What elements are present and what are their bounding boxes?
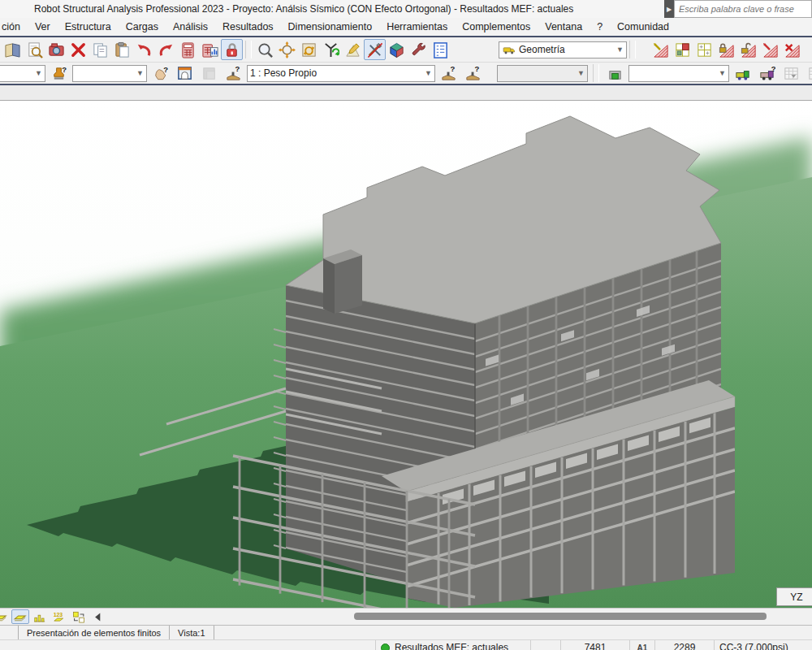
- stamp-select-icon: ?: [50, 65, 67, 82]
- results-lock-button[interactable]: [221, 39, 243, 60]
- numbering-view-icon: 123: [52, 610, 67, 624]
- tab-vista-1[interactable]: Vista:1: [170, 626, 214, 639]
- job-preferences-button[interactable]: [408, 39, 430, 60]
- zoom-icon: [257, 41, 274, 58]
- horizontal-scrollbar[interactable]: [112, 613, 810, 621]
- lock-selection-button[interactable]: [715, 39, 737, 60]
- load-case-help-button[interactable]: ?: [222, 64, 244, 82]
- previous-case-button[interactable]: ?: [438, 64, 460, 82]
- undo-button[interactable]: [133, 39, 155, 60]
- structure-model-button[interactable]: [604, 64, 626, 82]
- view-window-button[interactable]: [174, 64, 196, 82]
- plane-yz-button[interactable]: YZ: [776, 587, 812, 606]
- status-marker-icon: A1: [629, 640, 654, 650]
- menu-item-ci-n[interactable]: ción: [0, 21, 28, 32]
- menu-item-an-lisis[interactable]: Análisis: [166, 21, 215, 32]
- move-structure-button[interactable]: [732, 64, 754, 82]
- fe-results-view-button[interactable]: [31, 609, 49, 624]
- redo-button[interactable]: [155, 39, 177, 60]
- open-project-button[interactable]: [2, 39, 24, 60]
- fe-mesh-view-button[interactable]: [11, 609, 29, 624]
- node-selection-combo[interactable]: ▼: [0, 65, 45, 82]
- delete-button[interactable]: [67, 39, 89, 60]
- print-preview-button[interactable]: [24, 39, 45, 60]
- clear-selection-icon: [784, 41, 801, 58]
- redo-icon: [158, 41, 175, 58]
- edit-selection-button[interactable]: [759, 39, 781, 60]
- dock-strip: [0, 85, 812, 101]
- next-case-button[interactable]: ?: [462, 64, 484, 82]
- structure-model-icon: [607, 65, 624, 82]
- menu-item-ventana[interactable]: Ventana: [538, 21, 590, 32]
- table-up-button[interactable]: [805, 64, 812, 82]
- result-selector-combo[interactable]: ▼: [628, 65, 729, 82]
- svg-text:?: ?: [450, 65, 455, 73]
- zoom-button[interactable]: [254, 39, 276, 60]
- help-search: ▶: [664, 0, 812, 18]
- grid-deactivate-button[interactable]: [693, 39, 715, 60]
- mode-selection-combo[interactable]: ▼: [497, 65, 588, 82]
- menu-item--[interactable]: ?: [590, 21, 610, 32]
- object-inspector-button[interactable]: [430, 39, 451, 60]
- menu-item-comunidad[interactable]: Comunidad: [610, 21, 676, 32]
- menu-item-cargas[interactable]: Cargas: [119, 21, 166, 32]
- inactive-tool-button[interactable]: [198, 64, 220, 82]
- toolbar-separator: [593, 64, 599, 82]
- chevron-down-icon: ▼: [32, 69, 42, 77]
- menu-item-estructura[interactable]: Estructura: [58, 21, 119, 32]
- toolbar-separator: [245, 41, 252, 58]
- numbering-view-button[interactable]: 123: [50, 609, 68, 624]
- rotate-view-button[interactable]: [298, 39, 320, 60]
- bar-selection-combo[interactable]: ▼: [72, 65, 147, 82]
- view-tab-bar: Presentación de elementos finitos Vista:…: [0, 625, 812, 639]
- screen-capture-button[interactable]: [45, 39, 67, 60]
- copy-button[interactable]: [89, 39, 111, 60]
- roof-core-front: [323, 258, 335, 314]
- scrollbar-thumb[interactable]: [354, 613, 767, 620]
- panel-cut-button[interactable]: [0, 609, 10, 624]
- tab-fe-presentation[interactable]: Presentación de elementos finitos: [19, 626, 170, 639]
- scroll-left-button[interactable]: [89, 609, 107, 624]
- status-node-count: 7481: [560, 640, 629, 650]
- chevron-down-icon: ▼: [421, 69, 432, 77]
- menu-bar: ciónVerEstructuraCargasAnálisisResultado…: [0, 18, 812, 37]
- load-case-selector-combo[interactable]: 1 : Peso Propio▼: [247, 65, 435, 82]
- calculations-button[interactable]: [177, 39, 199, 60]
- search-go-button[interactable]: ▶: [664, 0, 674, 18]
- table-down-button[interactable]: [780, 64, 802, 82]
- measure-tools-button[interactable]: [342, 39, 364, 60]
- move-structure-help-icon: ?: [758, 65, 775, 82]
- swap-panels-button[interactable]: [70, 609, 88, 624]
- menu-item-ver[interactable]: Ver: [28, 21, 58, 32]
- default-axes-view-button[interactable]: [320, 39, 342, 60]
- grid-activate-button[interactable]: [672, 39, 693, 60]
- paste-button[interactable]: [111, 39, 133, 60]
- toolbar-main: Geometría▼: [0, 37, 812, 63]
- clear-selection-button[interactable]: [781, 39, 803, 60]
- tab-stub[interactable]: [0, 626, 19, 639]
- pan-view-icon: [279, 41, 296, 58]
- menu-item-complementos[interactable]: Complementos: [455, 21, 538, 32]
- layout-selector-combo[interactable]: Geometría▼: [499, 41, 627, 58]
- unlock-selection-button[interactable]: [737, 39, 759, 60]
- results-calculations-button[interactable]: [199, 39, 221, 60]
- menu-item-resultados[interactable]: Resultados: [215, 21, 281, 32]
- menu-item-herramientas[interactable]: Herramientas: [379, 21, 455, 32]
- calculations-icon: [179, 41, 197, 58]
- unlock-selection-icon: [740, 41, 757, 58]
- swap-panels-icon: [71, 610, 86, 624]
- select-wand-button[interactable]: [650, 39, 672, 60]
- status-bar: Resultados MEF: actuales 7481 A1 2289 CC…: [0, 639, 812, 650]
- pick-help-button[interactable]: ?: [149, 64, 171, 82]
- search-input[interactable]: [674, 0, 812, 18]
- move-structure-help-button[interactable]: ?: [756, 64, 778, 82]
- previous-case-icon: ?: [440, 65, 457, 82]
- view-3d-button[interactable]: [386, 39, 408, 60]
- pan-view-button[interactable]: [276, 39, 298, 60]
- model-viewport[interactable]: YZ: [0, 101, 812, 608]
- menu-item-dimensionamiento[interactable]: Dimensionamiento: [281, 21, 380, 32]
- stamp-select-button[interactable]: ?: [48, 64, 70, 82]
- display-attributes-button[interactable]: [364, 39, 386, 60]
- chevron-down-icon: ▼: [574, 69, 585, 77]
- grid-activate-icon: [674, 41, 691, 58]
